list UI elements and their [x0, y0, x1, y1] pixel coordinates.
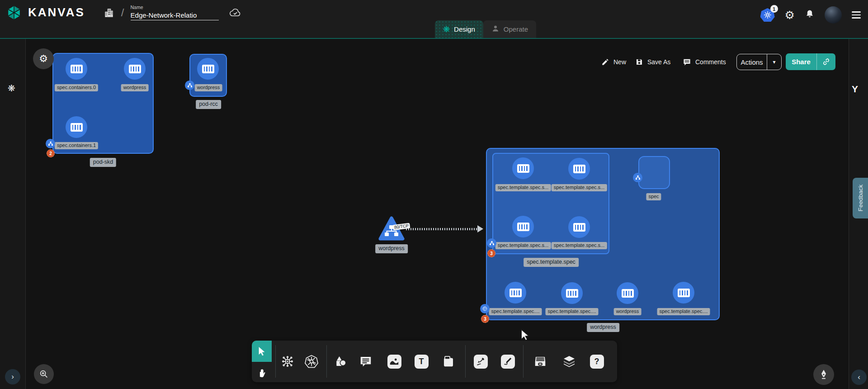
issue-count-badge[interactable]: 2	[47, 149, 55, 157]
cursor-arrow-icon	[258, 346, 266, 356]
zoom-button[interactable]	[34, 364, 54, 384]
mouse-cursor-icon	[521, 329, 529, 343]
save-as-label: Save As	[647, 58, 670, 66]
container-icon	[509, 289, 522, 297]
container-icon	[129, 65, 141, 73]
edge-arrowhead-icon	[477, 225, 483, 232]
pencil-scribble-icon	[501, 355, 515, 369]
chevron-right-icon: ›	[11, 372, 14, 381]
share-button[interactable]: Share	[786, 53, 835, 70]
text-icon: T	[415, 355, 429, 369]
line-draw-tool-button[interactable]	[471, 351, 491, 371]
comments-label: Comments	[695, 58, 726, 66]
network-badge-icon[interactable]	[633, 173, 642, 182]
left-dock: ❋ ›	[0, 39, 26, 389]
container-node[interactable]	[124, 58, 146, 80]
collapse-right-panel-button[interactable]: ‹	[851, 370, 867, 385]
settings-gear-icon[interactable]: ⚙	[785, 9, 795, 21]
deployment-badge-icon[interactable]	[480, 304, 490, 313]
container-node[interactable]	[568, 158, 590, 180]
actions-dropdown-button[interactable]: Actions ▾	[736, 54, 782, 70]
app-header: KANVAS / Name	[0, 0, 868, 39]
image-icon	[387, 355, 401, 369]
components-tool-button[interactable]	[278, 351, 297, 371]
container-node[interactable]	[561, 282, 583, 304]
kubernetes-tool-button[interactable]	[302, 351, 321, 371]
pen-line-icon	[474, 355, 488, 369]
container-node[interactable]	[673, 282, 694, 304]
freehand-draw-tool-button[interactable]	[498, 351, 518, 371]
node-label: spec.template.spec.s...	[552, 242, 607, 249]
new-button[interactable]: New	[601, 54, 626, 70]
copy-link-icon[interactable]	[816, 53, 835, 70]
image-tool-button[interactable]	[384, 351, 404, 371]
node-label: spec.template.spec....	[657, 308, 710, 315]
shapes-tool-button[interactable]	[330, 351, 350, 371]
node-spec[interactable]	[638, 156, 670, 189]
node-label: wordpress	[121, 84, 149, 91]
pen-mode-button[interactable]	[813, 364, 834, 385]
tab-design[interactable]: ❋ Design	[435, 20, 483, 38]
layers-icon	[562, 354, 576, 369]
notifications-bell-icon[interactable]	[805, 9, 815, 21]
container-icon	[517, 164, 529, 173]
container-node[interactable]	[617, 282, 638, 304]
network-badge-icon[interactable]	[46, 139, 55, 148]
container-node[interactable]	[197, 58, 219, 80]
drawer-tool-button[interactable]	[530, 351, 550, 371]
mode-tabs: ❋ Design Operate	[435, 20, 536, 38]
layers-tool-button[interactable]	[559, 351, 579, 371]
kanvas-logo-icon[interactable]	[6, 5, 22, 20]
note-tool-button[interactable]	[439, 351, 458, 371]
organization-icon[interactable]	[103, 7, 115, 19]
container-node[interactable]	[568, 216, 590, 238]
service-node[interactable]	[378, 216, 405, 243]
network-badge-icon[interactable]	[185, 81, 194, 90]
help-tool-button[interactable]: ?	[587, 351, 607, 371]
comments-button[interactable]: Comments	[683, 54, 726, 70]
pan-tool-button[interactable]	[252, 362, 272, 382]
user-avatar[interactable]	[825, 6, 842, 24]
issue-count-badge[interactable]: 3	[487, 249, 495, 257]
design-name-input[interactable]	[131, 10, 219, 20]
gear-node[interactable]: ⚙	[33, 48, 54, 69]
feedback-label: Feedback	[857, 185, 864, 211]
container-node[interactable]	[512, 157, 534, 179]
container-node[interactable]	[66, 58, 87, 80]
network-badge-icon[interactable]	[487, 238, 496, 248]
service-edge[interactable]	[406, 228, 479, 230]
operate-person-icon	[491, 24, 500, 34]
actions-label: Actions	[737, 54, 767, 70]
container-icon	[622, 289, 634, 298]
container-icon	[573, 223, 585, 232]
expand-left-panel-button[interactable]: ›	[5, 369, 20, 384]
cloud-saved-icon	[229, 7, 241, 18]
toolbar-divider	[465, 345, 466, 378]
select-tool-button[interactable]	[252, 341, 272, 362]
toolbar-divider	[275, 345, 276, 378]
save-as-button[interactable]: Save As	[635, 54, 670, 70]
kubernetes-context-button[interactable]: 1	[760, 8, 775, 22]
feedback-tab[interactable]: Feedback	[853, 178, 868, 218]
kanvas-app: KANVAS / Name	[0, 0, 868, 389]
container-icon	[202, 65, 214, 73]
container-node[interactable]	[505, 282, 526, 304]
comment-tool-button[interactable]	[356, 351, 376, 371]
actions-caret-icon[interactable]: ▾	[767, 54, 781, 70]
container-node[interactable]	[512, 216, 534, 237]
container-node[interactable]	[66, 116, 87, 138]
node-label: spec.containers.0	[55, 84, 98, 91]
tab-operate[interactable]: Operate	[483, 20, 536, 38]
issue-count-badge[interactable]: 3	[481, 315, 489, 323]
node-label: spec.template.spec.s...	[552, 184, 607, 191]
group-spec-template-spec[interactable]	[492, 153, 609, 254]
design-spiral-icon: ❋	[443, 25, 450, 33]
text-tool-button[interactable]: T	[411, 351, 431, 371]
meshery-spiral-icon[interactable]: ❋	[8, 83, 15, 94]
menu-hamburger-icon[interactable]	[852, 11, 861, 18]
save-icon	[635, 58, 643, 66]
canvas-toolbar: T	[252, 341, 617, 382]
y-logo-icon[interactable]: Y	[852, 84, 858, 95]
help-icon: ?	[590, 355, 604, 369]
node-label: spec.template.spec....	[489, 308, 542, 315]
